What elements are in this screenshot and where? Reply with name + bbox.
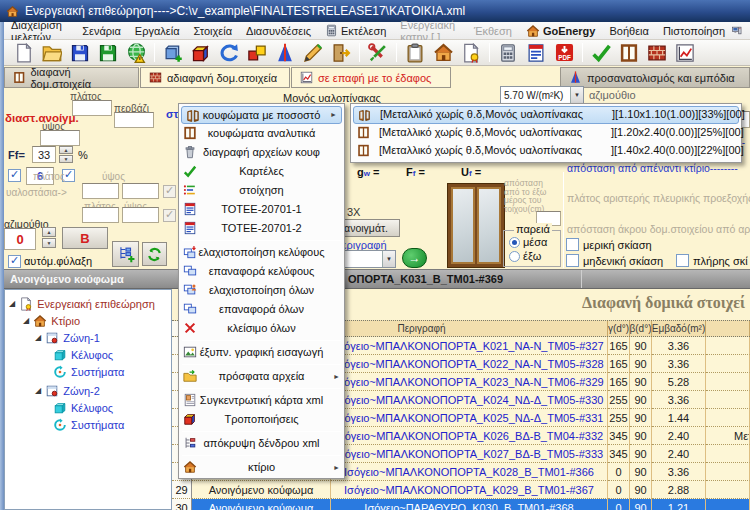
- tree-node-zone1[interactable]: ◢Ζώνη-1: [35, 330, 100, 345]
- calculator-button[interactable]: [494, 41, 522, 65]
- tools-button[interactable]: [364, 41, 392, 65]
- menu-item-modifications[interactable]: Τροποποιήσεις: [179, 410, 344, 429]
- header-beta[interactable]: β(d°): [630, 321, 652, 336]
- tab-orientation-obstacles[interactable]: προσανατολισμός και εμπόδια: [560, 67, 750, 88]
- tree-node-systems2[interactable]: Συστήματα: [53, 417, 124, 432]
- clipboard-button[interactable]: [401, 41, 429, 65]
- glazing-width2-field[interactable]: [82, 207, 119, 223]
- submenu-item-frame-1[interactable]: [Μεταλλικό χωρίς θ.δ,Μονός υαλοπίνακας][…: [353, 106, 739, 124]
- window-frame-button[interactable]: [615, 41, 643, 65]
- menu-certification[interactable]: Πιστοποίηση: [656, 24, 732, 38]
- inner-face-radio[interactable]: [509, 237, 520, 248]
- checkbox-left[interactable]: [8, 169, 21, 182]
- menu-connections[interactable]: Διασυνδέσεις: [239, 24, 318, 38]
- glazing-height-field[interactable]: [122, 183, 159, 199]
- menu-item-restore-shell[interactable]: επαναφορά κελύφους: [179, 262, 344, 281]
- pdf-export-button[interactable]: [550, 41, 578, 65]
- header-extra[interactable]: [706, 321, 750, 336]
- menu-item-totee-2[interactable]: ΤΟΤΕΕ-20701-2: [179, 219, 344, 238]
- orientation-button[interactable]: B: [62, 227, 108, 249]
- globe-button[interactable]: [122, 41, 150, 65]
- menu-item-frames-percent[interactable]: κουφώματα με ποσοστό►: [181, 106, 342, 124]
- north-arrow-button[interactable]: [271, 41, 299, 65]
- menu-item-close-all[interactable]: κλείσιμο όλων: [179, 319, 344, 338]
- menu-help[interactable]: Βοήθεια: [602, 24, 655, 38]
- partial-shading-checkbox[interactable]: [566, 238, 579, 251]
- bricks-button[interactable]: [643, 41, 671, 65]
- tree-node-building[interactable]: ◢Κτίριο: [23, 313, 80, 328]
- pc-icon[interactable]: [732, 23, 742, 38]
- azimuth-spinner[interactable]: ▲▼: [42, 227, 56, 250]
- tree-node-shell1[interactable]: Κέλυφος: [53, 347, 113, 362]
- u-value-combo[interactable]: 5.70 W/(m²K)▼: [500, 86, 584, 104]
- height-field[interactable]: [40, 130, 80, 146]
- chevron-down-icon[interactable]: ▼: [382, 251, 395, 267]
- add-tree-node-button[interactable]: [112, 241, 139, 267]
- header-area[interactable]: Εμβαδό(m²): [652, 321, 706, 336]
- tab-opaque-elements[interactable]: αδιαφανή δομ.στοιχεία: [140, 67, 290, 88]
- menu-tools[interactable]: Εργαλεία: [128, 24, 187, 38]
- menu-item-summary-card-xml[interactable]: Συγκεντρωτική κάρτα xml: [179, 391, 344, 410]
- open-folder-button[interactable]: [38, 41, 66, 65]
- azimuth-field[interactable]: 0: [4, 228, 36, 250]
- add-component-button[interactable]: [159, 41, 187, 65]
- zero-shading-checkbox[interactable]: [566, 254, 579, 267]
- tree-node-shell2[interactable]: Κέλυφος: [53, 400, 113, 415]
- tab-ground-contact[interactable]: σε επαφή με το έδαφος: [291, 67, 451, 88]
- expand-icon[interactable]: ◢: [23, 316, 29, 325]
- ff-spinner[interactable]: ▲▼: [59, 146, 73, 163]
- menu-run[interactable]: Εκτέλεση: [318, 23, 393, 38]
- save-as-button[interactable]: [94, 41, 122, 65]
- menu-item-alignment[interactable]: στοίχηση: [179, 181, 344, 200]
- blocks-button[interactable]: [243, 41, 271, 65]
- expand-icon[interactable]: ◢: [35, 333, 41, 342]
- outer-face-radio[interactable]: [509, 251, 520, 262]
- chevron-down-icon[interactable]: ▼: [570, 87, 583, 103]
- autosave-checkbox[interactable]: [8, 255, 21, 268]
- ff-field[interactable]: 33: [32, 146, 56, 163]
- save-button[interactable]: [66, 41, 94, 65]
- menu-item-building[interactable]: κτίριο►: [179, 458, 344, 477]
- menu-report[interactable]: Έκθεση: [467, 24, 519, 38]
- expand-icon[interactable]: ◢: [9, 299, 15, 308]
- title-bar[interactable]: Ενεργειακή επιθεώρηση---->C:\v_example\F…: [0, 0, 750, 22]
- home-button[interactable]: [429, 41, 457, 65]
- menu-item-cards[interactable]: Καρτέλες: [179, 162, 344, 181]
- edit-pencil-button[interactable]: [299, 41, 327, 65]
- table-row[interactable]: 29 Ανοιγόμενο κούφωμα Ισόγειο~ΜΠΑΛΚΟΝΟΠΟ…: [172, 481, 750, 499]
- submenu-item-frame-2[interactable]: [Μεταλλικό χωρίς θ.δ,Μονός υαλοπίνακας][…: [353, 124, 739, 142]
- chart-button[interactable]: [671, 41, 699, 65]
- tree-node-zone2[interactable]: ◢Ζώνη-2: [35, 383, 100, 398]
- header-description[interactable]: Περιγραφή: [331, 321, 608, 336]
- menu-item-graphic-import[interactable]: έξυπν. γραφική εισαγωγή: [179, 343, 344, 362]
- certificate-button[interactable]: [457, 41, 485, 65]
- tab-transparent-elements[interactable]: διαφανή δομ.στοιχεία: [4, 67, 139, 88]
- sill-field[interactable]: [114, 112, 154, 128]
- menu-scenarios[interactable]: Σενάρια: [75, 24, 128, 38]
- menu-item-minimize-all[interactable]: ελαχιστοποίηση όλων: [179, 281, 344, 300]
- tree-node-inspection[interactable]: ◢Ενεργειακή επιθεώρηση: [9, 296, 155, 311]
- go-arrow-button[interactable]: →: [402, 248, 427, 268]
- exit-door-button[interactable]: [327, 41, 355, 65]
- menu-elements[interactable]: Στοιχεία: [187, 24, 240, 38]
- glazing-height2-field[interactable]: [122, 207, 159, 223]
- new-document-button[interactable]: [10, 41, 38, 65]
- expand-icon[interactable]: ◢: [35, 386, 41, 395]
- totee-document-button[interactable]: [522, 41, 550, 65]
- table-row[interactable]: 30 Ανοιγόμενο κούφωμα Ισόγειο~ΠΑΡΑΘΥΡΟ_K…: [172, 499, 750, 510]
- check-button[interactable]: [587, 41, 615, 65]
- menu-item-restore-all[interactable]: επαναφορά όλων: [179, 300, 344, 319]
- header-gamma[interactable]: γ(d°): [608, 321, 630, 336]
- menu-item-totee-1[interactable]: ΤΟΤΕΕ-20701-1: [179, 200, 344, 219]
- cube-button[interactable]: [187, 41, 215, 65]
- menu-item-delete-frame-files[interactable]: διαγραφή αρχείων κουφ: [179, 143, 344, 162]
- menu-item-frames-detailed[interactable]: κουφώματα αναλυτικά: [179, 124, 344, 143]
- tree-node-systems1[interactable]: Συστήματα: [53, 364, 124, 379]
- menu-goenergy[interactable]: GoEnergy: [519, 23, 603, 39]
- disabled-checkbox[interactable]: [163, 209, 176, 222]
- menu-item-minimize-shell[interactable]: ελαχιστοποίηση κελύφους: [179, 243, 344, 262]
- submenu-item-frame-3[interactable]: [Μεταλλικό χωρίς θ.δ,Μονός υαλοπίνακας][…: [353, 142, 739, 160]
- menu-item-recent-files[interactable]: πρόσφατα αρχεία►: [179, 367, 344, 386]
- disabled-checkbox[interactable]: [163, 185, 176, 198]
- refresh-button[interactable]: [142, 242, 167, 266]
